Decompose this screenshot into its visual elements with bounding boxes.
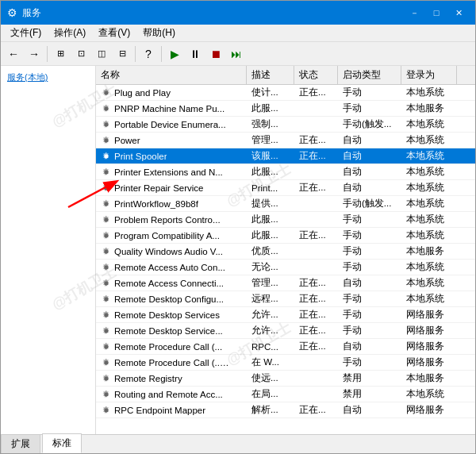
pause-button[interactable]: ⏸ [186, 44, 205, 63]
toolbar-btn-4[interactable]: ⊟ [113, 44, 132, 63]
table-row[interactable]: Remote Desktop Configu...远程...正在...手动本地系… [96, 291, 475, 307]
service-login-cell: 本地系统 [401, 148, 457, 164]
service-login-cell: 网络服务 [401, 402, 457, 417]
col-status[interactable]: 状态 [294, 66, 338, 84]
table-row[interactable]: Quality Windows Audio V...优质...手动本地服务 [96, 244, 475, 260]
service-startup-cell: 手动 [338, 260, 401, 275]
table-row[interactable]: Printer Repair ServicePrint...正在...自动本地系… [96, 180, 475, 196]
service-startup-cell: 自动 [338, 148, 401, 164]
table-row[interactable]: Remote Procedure Call (...RPC...正在...自动网… [96, 339, 475, 355]
menu-help[interactable]: 帮助(H) [136, 25, 182, 41]
service-status-cell: 正在... [294, 148, 338, 164]
service-status-cell: 正在... [294, 275, 338, 290]
service-name-cell: Routing and Remote Acc... [96, 387, 247, 402]
service-startup-cell: 手动 [338, 212, 401, 227]
table-row[interactable]: Program Compatibility A...此服...正在...手动本地… [96, 228, 475, 244]
service-name-cell: Remote Access Auto Con... [96, 260, 247, 275]
table-row[interactable]: Print Spooler该服...正在...自动本地系统 [96, 148, 475, 164]
gear-icon [101, 246, 112, 257]
table-row[interactable]: PrintWorkflow_89b8f提供...手动(触发...本地系统 [96, 196, 475, 212]
service-login-cell: 本地系统 [401, 291, 457, 306]
col-desc[interactable]: 描述 [247, 66, 294, 84]
service-desc-cell: 管理... [247, 275, 294, 290]
gear-icon [101, 294, 112, 305]
col-startup[interactable]: 启动类型 [338, 66, 401, 84]
service-startup-cell: 手动 [338, 291, 401, 306]
table-row[interactable]: Remote Registry使远...禁用本地服务 [96, 371, 475, 387]
col-login[interactable]: 登录为 [401, 66, 457, 84]
table-row[interactable]: Routing and Remote Acc...在局...禁用本地系统 [96, 387, 475, 402]
table-row[interactable]: Plug and Play使计...正在...手动本地系统 [96, 85, 475, 101]
toolbar-separator-3 [161, 46, 162, 62]
service-name-text: Printer Repair Service [114, 183, 203, 193]
toolbar-btn-2[interactable]: ⊡ [71, 44, 90, 63]
maximize-button[interactable]: □ [426, 5, 447, 21]
service-login-cell: 本地系统 [401, 275, 457, 290]
service-startup-cell: 自动 [338, 275, 401, 290]
title-bar: ⚙ 服务 － □ ✕ [1, 1, 475, 25]
stop-button[interactable]: ⏹ [206, 44, 225, 63]
table-header: 名称 描述 状态 启动类型 登录为 [96, 66, 475, 85]
table-row[interactable]: Remote Procedure Call (..…在 W...手动网络服务 [96, 355, 475, 371]
sidebar-item-local[interactable]: 服务(本地) [4, 69, 92, 86]
table-body[interactable]: Plug and Play使计...正在...手动本地系统 PNRP Machi… [96, 85, 475, 434]
service-name-text: Remote Desktop Configu... [114, 294, 224, 304]
minimize-button[interactable]: － [404, 5, 424, 21]
table-row[interactable]: PNRP Machine Name Pu...此服...手动本地服务 [96, 101, 475, 117]
menu-file[interactable]: 文件(F) [4, 25, 48, 41]
service-name-cell: RPC Endpoint Mapper [96, 402, 247, 417]
service-desc-cell: 使远... [247, 371, 294, 386]
service-status-cell: 正在... [294, 339, 338, 354]
table-row[interactable]: RPC Endpoint Mapper解析...正在...自动网络服务 [96, 402, 475, 418]
service-status-cell [294, 387, 338, 402]
toolbar-btn-3[interactable]: ◫ [92, 44, 111, 63]
service-desc-cell: 允许... [247, 307, 294, 322]
restart-button[interactable]: ⏭ [227, 44, 246, 63]
service-name-cell: Remote Access Connecti... [96, 275, 247, 290]
menu-action[interactable]: 操作(A) [48, 25, 92, 41]
back-button[interactable]: ← [4, 44, 23, 63]
table-row[interactable]: Power管理...正在...自动本地系统 [96, 133, 475, 148]
service-name-text: Remote Procedure Call (..… [114, 358, 228, 367]
tab-标准[interactable]: 标准 [42, 433, 82, 453]
service-status-cell: 正在... [294, 228, 338, 243]
menu-view[interactable]: 查看(V) [92, 25, 136, 41]
service-name-cell: Printer Repair Service [96, 180, 247, 195]
bottom-tabs: 扩展标准 [1, 434, 475, 453]
main-area: 服务(本地) 名称 描述 状态 启动类型 登录为 Plug and Play使计… [1, 66, 475, 434]
table-row[interactable]: Remote Access Auto Con...无论...手动本地系统 [96, 260, 475, 275]
play-button[interactable]: ▶ [165, 44, 184, 63]
gear-icon [101, 310, 112, 321]
service-desc-cell: 此服... [247, 228, 294, 243]
toolbar: ← → ⊞ ⊡ ◫ ⊟ ? ▶ ⏸ ⏹ ⏭ [1, 42, 475, 66]
service-name-cell: Print Spooler [96, 148, 247, 164]
table-row[interactable]: Remote Access Connecti...管理...正在...自动本地系… [96, 275, 475, 291]
service-name-cell: PrintWorkflow_89b8f [96, 196, 247, 211]
table-row[interactable]: Remote Desktop Service...允许...正在...手动网络服… [96, 323, 475, 339]
service-name-cell: Plug and Play [96, 85, 247, 100]
service-name-text: Remote Access Connecti... [114, 279, 224, 288]
service-startup-cell: 禁用 [338, 387, 401, 402]
service-status-cell [294, 196, 338, 211]
toolbar-btn-1[interactable]: ⊞ [51, 44, 70, 63]
service-status-cell: 正在... [294, 307, 338, 322]
help-button[interactable]: ? [139, 44, 158, 63]
table-row[interactable]: Printer Extensions and N...此服...自动本地系统 [96, 164, 475, 180]
table-row[interactable]: Problem Reports Contro...此服...手动本地系统 [96, 212, 475, 228]
service-name-cell: Quality Windows Audio V... [96, 244, 247, 259]
service-startup-cell: 手动 [338, 323, 401, 338]
table-row[interactable]: Portable Device Enumera...强制...手动(触发...本… [96, 117, 475, 133]
service-startup-cell: 自动 [338, 164, 401, 179]
service-desc-cell: 允许... [247, 323, 294, 338]
table-row[interactable]: Remote Desktop Services允许...正在...手动网络服务 [96, 307, 475, 323]
tab-扩展[interactable]: 扩展 [1, 434, 40, 453]
forward-button[interactable]: → [25, 44, 44, 63]
service-startup-cell: 自动 [338, 180, 401, 195]
col-name[interactable]: 名称 [96, 66, 247, 84]
service-desc-cell: 此服... [247, 164, 294, 179]
service-startup-cell: 禁用 [338, 371, 401, 386]
service-startup-cell: 手动 [338, 228, 401, 243]
close-button[interactable]: ✕ [448, 5, 469, 21]
service-startup-cell: 自动 [338, 133, 401, 148]
service-desc-cell: 无论... [247, 260, 294, 275]
